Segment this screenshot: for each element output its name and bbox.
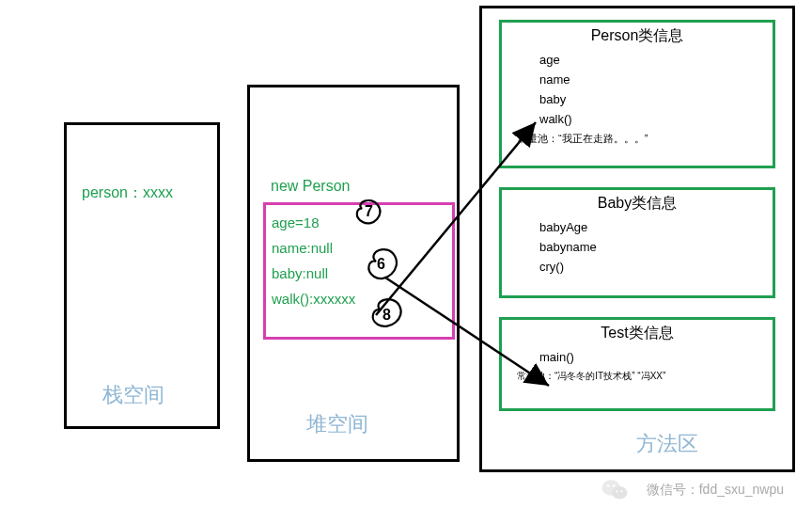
watermark-text: 微信号：fdd_sxu_nwpu <box>647 482 784 499</box>
svg-point-4 <box>612 486 628 500</box>
test-class-title: Test类信息 <box>502 324 773 343</box>
heap-person-object: age=18 name:null baby:null walk():xxxxxx <box>263 202 455 340</box>
baby-field-babyage: babyAge <box>539 220 763 234</box>
heap-new-person: new Person <box>271 178 351 195</box>
person-class-box: Person类信息 age name baby walk() 常量池：“我正在走… <box>499 20 775 168</box>
stack-label: 栈空间 <box>102 381 164 409</box>
person-class-title: Person类信息 <box>502 26 773 46</box>
person-const-pool: 常量池：“我正在走路。。。” <box>517 132 763 146</box>
person-field-age: age <box>539 53 763 67</box>
svg-point-7 <box>616 490 617 492</box>
stack-area: person：xxxx 栈空间 <box>64 122 220 429</box>
baby-class-box: Baby类信息 babyAge babyname cry() <box>499 187 775 298</box>
method-area-label: 方法区 <box>636 430 698 458</box>
heap-label: 堆空间 <box>306 410 368 438</box>
heap-field-age: age=18 <box>272 214 452 230</box>
baby-field-cry: cry() <box>539 260 763 274</box>
heap-area: new Person age=18 name:null baby:null wa… <box>247 85 460 462</box>
svg-point-6 <box>613 484 616 487</box>
baby-class-title: Baby类信息 <box>502 194 773 214</box>
svg-point-5 <box>607 484 610 487</box>
baby-field-babyname: babyname <box>539 240 763 254</box>
wechat-icon <box>601 475 629 503</box>
heap-field-walk: walk():xxxxxx <box>272 291 452 307</box>
person-field-baby: baby <box>539 92 763 106</box>
test-field-main: main() <box>539 350 763 364</box>
test-const-pool: 常量池：“冯冬冬的IT技术栈” “冯XX” <box>517 370 763 383</box>
svg-point-8 <box>620 490 622 492</box>
heap-field-name: name:null <box>272 240 452 256</box>
stack-variable: person：xxxx <box>82 183 173 203</box>
person-field-walk: walk() <box>539 112 763 126</box>
person-field-name: name <box>539 72 763 87</box>
method-area: Person类信息 age name baby walk() 常量池：“我正在走… <box>479 6 795 472</box>
heap-field-baby: baby:null <box>272 265 452 281</box>
test-class-box: Test类信息 main() 常量池：“冯冬冬的IT技术栈” “冯XX” <box>499 317 775 411</box>
